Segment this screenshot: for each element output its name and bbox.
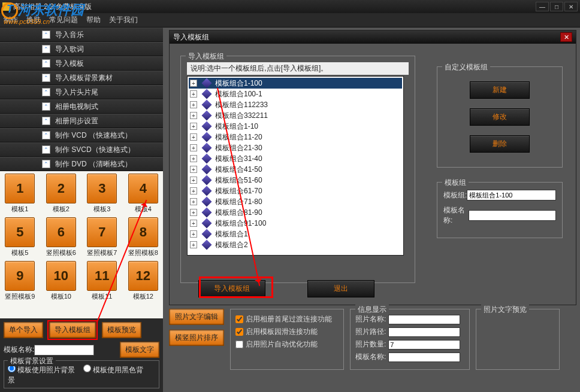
sidebar-item[interactable]: ⌃导入模板背景素材	[0, 71, 163, 85]
template-cell[interactable]: 1模板1	[2, 174, 38, 214]
tree-row[interactable]: +模板组合91-100	[189, 218, 402, 229]
template-label: 竖照模板8	[126, 248, 161, 257]
tree-row[interactable]: +模板组合2	[189, 239, 402, 250]
template-text-button[interactable]: 模板文字	[120, 342, 159, 358]
info-name-value[interactable]	[469, 210, 556, 221]
expand-icon[interactable]: +	[190, 123, 197, 130]
expand-icon[interactable]: +	[190, 133, 197, 141]
sidebar-item[interactable]: ⌃相册同步设置	[0, 114, 163, 128]
expand-icon[interactable]: +	[190, 144, 197, 151]
template-cell[interactable]: 2模板2	[44, 174, 79, 214]
sidebar-item-label: 相册同步设置	[55, 116, 98, 126]
tree-row[interactable]: +模板组合41-50	[189, 164, 402, 175]
info-group-value[interactable]	[467, 190, 556, 200]
chevron-up-icon: ⌃	[42, 102, 50, 111]
template-cell[interactable]: 5模板5	[2, 217, 38, 257]
tree-row-label: 模板组合21-30	[214, 143, 264, 153]
delete-button[interactable]: 删除	[470, 135, 530, 153]
menu-help[interactable]: 帮助	[86, 15, 101, 25]
watermark-url: www.pc0359.cn	[4, 18, 50, 25]
template-cell[interactable]: 10模板10	[44, 261, 79, 301]
template-preview-button[interactable]: 模板预览	[102, 322, 141, 338]
edit-button[interactable]: 修改	[470, 108, 530, 126]
template-cell[interactable]: 6竖照模板6	[44, 217, 79, 257]
template-label: 模板10	[44, 292, 79, 301]
expand-icon[interactable]: +	[190, 220, 197, 227]
sidebar-item-label: 制作 SVCD（快速格式）	[55, 145, 135, 155]
tree-row[interactable]: +模板组合21-30	[189, 142, 402, 153]
sidebar-item[interactable]: ⌃制作 SVCD（快速格式）	[0, 142, 163, 157]
bg-settings-legend: 模板背景设置	[8, 356, 56, 366]
sidebar-item[interactable]: ⌃导入歌词	[0, 42, 163, 56]
chk-smooth[interactable]	[235, 328, 243, 336]
tpl-name-field[interactable]	[388, 353, 460, 362]
tree-row[interactable]: +模板组合51-60	[189, 175, 402, 186]
template-cell[interactable]: 3模板3	[84, 174, 120, 214]
photo-name-field[interactable]	[388, 315, 460, 324]
sidebar-item[interactable]: ⌃制作 VCD （快速格式）	[0, 128, 163, 142]
close-button[interactable]: ✕	[564, 2, 578, 11]
tree-row[interactable]: +模板组合81-90	[189, 207, 402, 218]
import-template-group-dialog: 导入模板组 ✕ 导入模板组 说明:选中一个模板组后,点击[导入模板组]。 +模板…	[169, 30, 576, 305]
single-import-button[interactable]: 单个导入	[4, 322, 43, 338]
sidebar: ⌃导入音乐⌃导入歌词⌃导入模板⌃导入模板背景素材⌃导入片头片尾⌃相册电视制式⌃相…	[0, 28, 163, 392]
template-label: 模板11	[84, 292, 120, 301]
sidebar-item-label: 导入歌词	[55, 44, 84, 54]
expand-icon[interactable]: +	[190, 80, 197, 87]
chevron-up-icon: ⌃	[42, 74, 50, 82]
sidebar-item[interactable]: ⌃导入模板	[0, 56, 163, 71]
menu-about[interactable]: 关于我们	[109, 15, 138, 25]
folder-icon	[202, 100, 212, 110]
expand-icon[interactable]: +	[190, 177, 197, 184]
expand-icon[interactable]: +	[190, 90, 197, 98]
tree-row-label: 模板组合100-1	[214, 89, 264, 99]
dialog-close-button[interactable]: ✕	[560, 32, 572, 42]
tree-row[interactable]: +模板组合332211	[189, 110, 402, 121]
sidebar-item[interactable]: ⌃导入音乐	[0, 28, 163, 42]
expand-icon[interactable]: +	[190, 230, 197, 238]
template-cell[interactable]: 9竖照模板9	[2, 261, 38, 301]
tree-row[interactable]: +模板组合1-100	[189, 78, 402, 89]
template-thumb: 5	[5, 217, 35, 247]
expand-icon[interactable]: +	[190, 101, 197, 108]
tree-row[interactable]: +模板组合11-20	[189, 132, 402, 142]
tree-row-label: 模板组合2	[214, 240, 249, 250]
maximize-button[interactable]: □	[550, 2, 563, 11]
chevron-up-icon: ⌃	[42, 117, 50, 125]
template-name-input[interactable]	[34, 345, 94, 355]
sidebar-item[interactable]: ⌃制作 DVD （清晰格式）	[0, 157, 163, 171]
expand-icon[interactable]: +	[190, 209, 197, 216]
dialog-exit-button[interactable]: 退出	[307, 280, 374, 297]
expand-icon[interactable]: +	[190, 155, 197, 162]
group-import-button[interactable]: 导入模板组	[49, 322, 96, 338]
chk-optimize[interactable]	[235, 341, 243, 348]
folder-icon	[202, 165, 212, 175]
sidebar-item[interactable]: ⌃相册电视制式	[0, 99, 163, 114]
tree-row[interactable]: +模板组合71-80	[189, 196, 402, 207]
template-cell[interactable]: 12模板12	[126, 261, 161, 301]
radio-photo-bg[interactable]: 模板使用照片背景	[8, 366, 75, 374]
tree-row-label: 模板组合41-50	[214, 165, 264, 175]
expand-icon[interactable]: +	[190, 187, 197, 195]
tree-row[interactable]: +模板组合100-1	[189, 89, 402, 99]
template-cell[interactable]: 7竖照模板7	[84, 217, 120, 257]
expand-icon[interactable]: +	[190, 166, 197, 173]
photo-count-field[interactable]	[388, 340, 460, 350]
expand-icon[interactable]: +	[190, 241, 197, 248]
photo-text-edit-button[interactable]: 照片文字编辑	[169, 309, 224, 325]
photo-sort-button[interactable]: 横竖照片排序	[169, 330, 224, 346]
chk-transition[interactable]	[235, 315, 243, 323]
tree-row[interactable]: +模板组合31-40	[189, 153, 402, 164]
tree-row[interactable]: +模板组合1	[189, 229, 402, 239]
minimize-button[interactable]: —	[536, 2, 549, 11]
expand-icon[interactable]: +	[190, 112, 197, 119]
expand-icon[interactable]: +	[190, 198, 197, 205]
tree-row[interactable]: +模板组合61-70	[189, 186, 402, 196]
new-button[interactable]: 新建	[470, 81, 530, 99]
folder-icon	[202, 186, 212, 196]
photo-path-field[interactable]	[388, 327, 460, 337]
sidebar-item[interactable]: ⌃导入片头片尾	[0, 85, 163, 99]
tree-row[interactable]: +模板组合1-10	[189, 121, 402, 132]
folder-icon	[202, 132, 212, 142]
sidebar-item-label: 相册电视制式	[55, 102, 98, 112]
